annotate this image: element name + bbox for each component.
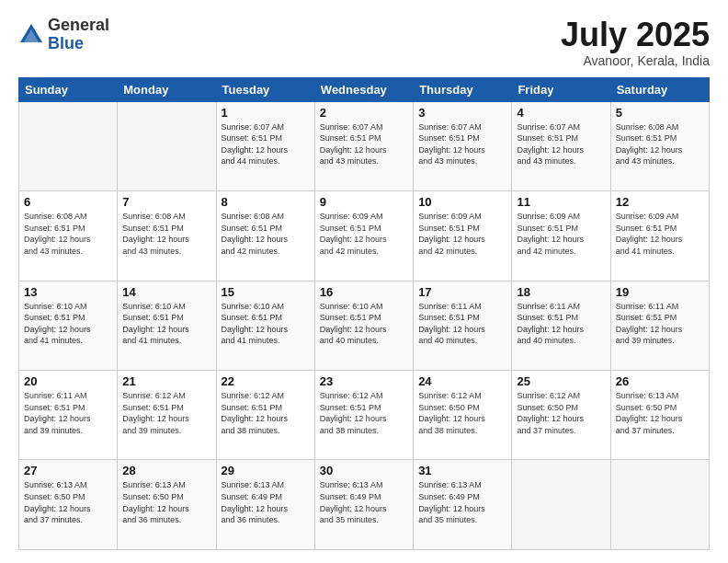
day-number: 4 xyxy=(517,106,605,120)
calendar-cell: 15Sunrise: 6:10 AM Sunset: 6:51 PM Dayli… xyxy=(216,281,314,370)
day-number: 22 xyxy=(222,374,310,388)
day-number: 19 xyxy=(616,285,704,299)
weekday-header-row: SundayMondayTuesdayWednesdayThursdayFrid… xyxy=(19,77,710,101)
calendar-cell: 19Sunrise: 6:11 AM Sunset: 6:51 PM Dayli… xyxy=(610,281,709,370)
day-info: Sunrise: 6:13 AM Sunset: 6:50 PM Dayligh… xyxy=(616,390,704,436)
day-number: 26 xyxy=(616,374,704,388)
day-info: Sunrise: 6:08 AM Sunset: 6:51 PM Dayligh… xyxy=(24,211,112,257)
calendar-week-row: 20Sunrise: 6:11 AM Sunset: 6:51 PM Dayli… xyxy=(19,371,710,460)
day-number: 17 xyxy=(418,285,506,299)
logo: General Blue xyxy=(18,17,109,53)
calendar-cell: 14Sunrise: 6:10 AM Sunset: 6:51 PM Dayli… xyxy=(118,281,216,370)
month-title: July 2025 xyxy=(561,17,710,53)
calendar-cell: 1Sunrise: 6:07 AM Sunset: 6:51 PM Daylig… xyxy=(216,101,314,190)
calendar-body: 1Sunrise: 6:07 AM Sunset: 6:51 PM Daylig… xyxy=(19,101,710,549)
day-info: Sunrise: 6:12 AM Sunset: 6:50 PM Dayligh… xyxy=(517,390,605,436)
day-info: Sunrise: 6:10 AM Sunset: 6:51 PM Dayligh… xyxy=(24,301,112,347)
day-info: Sunrise: 6:12 AM Sunset: 6:50 PM Dayligh… xyxy=(418,390,506,436)
calendar-cell: 2Sunrise: 6:07 AM Sunset: 6:51 PM Daylig… xyxy=(314,101,413,190)
calendar-cell: 10Sunrise: 6:09 AM Sunset: 6:51 PM Dayli… xyxy=(414,191,512,281)
day-info: Sunrise: 6:10 AM Sunset: 6:51 PM Dayligh… xyxy=(320,301,408,347)
day-info: Sunrise: 6:13 AM Sunset: 6:50 PM Dayligh… xyxy=(24,479,112,525)
title-block: July 2025 Avanoor, Kerala, India xyxy=(561,17,710,68)
calendar-cell: 21Sunrise: 6:12 AM Sunset: 6:51 PM Dayli… xyxy=(118,371,216,460)
day-info: Sunrise: 6:13 AM Sunset: 6:49 PM Dayligh… xyxy=(222,479,310,525)
calendar-cell: 27Sunrise: 6:13 AM Sunset: 6:50 PM Dayli… xyxy=(19,460,118,550)
calendar-cell: 22Sunrise: 6:12 AM Sunset: 6:51 PM Dayli… xyxy=(216,371,314,460)
weekday-header-cell: Thursday xyxy=(414,77,512,101)
day-number: 15 xyxy=(222,285,310,299)
weekday-header-cell: Monday xyxy=(118,77,216,101)
day-number: 12 xyxy=(616,195,704,209)
location: Avanoor, Kerala, India xyxy=(561,53,710,68)
calendar-cell: 30Sunrise: 6:13 AM Sunset: 6:49 PM Dayli… xyxy=(314,460,413,550)
day-number: 25 xyxy=(517,374,605,388)
day-info: Sunrise: 6:07 AM Sunset: 6:51 PM Dayligh… xyxy=(222,121,310,167)
calendar-cell: 12Sunrise: 6:09 AM Sunset: 6:51 PM Dayli… xyxy=(610,191,709,281)
calendar-cell xyxy=(512,460,610,550)
day-info: Sunrise: 6:08 AM Sunset: 6:51 PM Dayligh… xyxy=(222,211,310,257)
logo-blue-text: Blue xyxy=(48,34,84,52)
calendar-cell: 8Sunrise: 6:08 AM Sunset: 6:51 PM Daylig… xyxy=(216,191,314,281)
weekday-header-cell: Friday xyxy=(512,77,610,101)
day-number: 29 xyxy=(222,464,310,477)
day-info: Sunrise: 6:12 AM Sunset: 6:51 PM Dayligh… xyxy=(320,390,408,436)
day-info: Sunrise: 6:08 AM Sunset: 6:51 PM Dayligh… xyxy=(616,121,704,167)
day-number: 1 xyxy=(222,106,310,120)
calendar-cell: 25Sunrise: 6:12 AM Sunset: 6:50 PM Dayli… xyxy=(512,371,610,460)
day-info: Sunrise: 6:13 AM Sunset: 6:49 PM Dayligh… xyxy=(320,479,408,525)
day-number: 18 xyxy=(517,285,605,299)
calendar-cell: 26Sunrise: 6:13 AM Sunset: 6:50 PM Dayli… xyxy=(610,371,709,460)
day-info: Sunrise: 6:07 AM Sunset: 6:51 PM Dayligh… xyxy=(517,121,605,167)
day-number: 8 xyxy=(222,195,310,209)
calendar-cell xyxy=(610,460,709,550)
day-info: Sunrise: 6:11 AM Sunset: 6:51 PM Dayligh… xyxy=(616,301,704,347)
day-number: 9 xyxy=(320,195,408,209)
calendar-cell: 9Sunrise: 6:09 AM Sunset: 6:51 PM Daylig… xyxy=(314,191,413,281)
day-number: 7 xyxy=(122,195,210,209)
day-info: Sunrise: 6:13 AM Sunset: 6:49 PM Dayligh… xyxy=(418,479,506,525)
day-info: Sunrise: 6:12 AM Sunset: 6:51 PM Dayligh… xyxy=(122,390,210,436)
calendar-cell: 20Sunrise: 6:11 AM Sunset: 6:51 PM Dayli… xyxy=(19,371,118,460)
day-number: 30 xyxy=(320,464,408,477)
day-number: 21 xyxy=(122,374,210,388)
day-info: Sunrise: 6:11 AM Sunset: 6:51 PM Dayligh… xyxy=(418,301,506,347)
day-number: 16 xyxy=(320,285,408,299)
calendar-cell xyxy=(118,101,216,190)
day-number: 2 xyxy=(320,106,408,120)
calendar-cell: 6Sunrise: 6:08 AM Sunset: 6:51 PM Daylig… xyxy=(19,191,118,281)
day-number: 27 xyxy=(24,464,112,477)
calendar-cell: 24Sunrise: 6:12 AM Sunset: 6:50 PM Dayli… xyxy=(414,371,512,460)
weekday-header-cell: Tuesday xyxy=(216,77,314,101)
day-info: Sunrise: 6:09 AM Sunset: 6:51 PM Dayligh… xyxy=(418,211,506,257)
day-number: 20 xyxy=(24,374,112,388)
weekday-header-cell: Sunday xyxy=(19,77,118,101)
weekday-header-cell: Saturday xyxy=(610,77,709,101)
day-info: Sunrise: 6:13 AM Sunset: 6:50 PM Dayligh… xyxy=(122,479,210,525)
day-number: 23 xyxy=(320,374,408,388)
logo-general-text: General xyxy=(48,16,109,34)
calendar-cell xyxy=(19,101,118,190)
header: General Blue July 2025 Avanoor, Kerala, … xyxy=(18,17,710,68)
calendar-cell: 11Sunrise: 6:09 AM Sunset: 6:51 PM Dayli… xyxy=(512,191,610,281)
calendar-cell: 18Sunrise: 6:11 AM Sunset: 6:51 PM Dayli… xyxy=(512,281,610,370)
day-number: 3 xyxy=(418,106,506,120)
calendar-cell: 3Sunrise: 6:07 AM Sunset: 6:51 PM Daylig… xyxy=(414,101,512,190)
day-info: Sunrise: 6:11 AM Sunset: 6:51 PM Dayligh… xyxy=(517,301,605,347)
calendar-cell: 16Sunrise: 6:10 AM Sunset: 6:51 PM Dayli… xyxy=(314,281,413,370)
day-info: Sunrise: 6:09 AM Sunset: 6:51 PM Dayligh… xyxy=(517,211,605,257)
day-info: Sunrise: 6:10 AM Sunset: 6:51 PM Dayligh… xyxy=(122,301,210,347)
calendar-week-row: 13Sunrise: 6:10 AM Sunset: 6:51 PM Dayli… xyxy=(19,281,710,370)
day-number: 14 xyxy=(122,285,210,299)
day-number: 6 xyxy=(24,195,112,209)
calendar-cell: 13Sunrise: 6:10 AM Sunset: 6:51 PM Dayli… xyxy=(19,281,118,370)
calendar-page: General Blue July 2025 Avanoor, Kerala, … xyxy=(0,0,728,563)
day-info: Sunrise: 6:09 AM Sunset: 6:51 PM Dayligh… xyxy=(320,211,408,257)
calendar-cell: 23Sunrise: 6:12 AM Sunset: 6:51 PM Dayli… xyxy=(314,371,413,460)
calendar-week-row: 6Sunrise: 6:08 AM Sunset: 6:51 PM Daylig… xyxy=(19,191,710,281)
day-info: Sunrise: 6:08 AM Sunset: 6:51 PM Dayligh… xyxy=(122,211,210,257)
day-info: Sunrise: 6:07 AM Sunset: 6:51 PM Dayligh… xyxy=(320,121,408,167)
calendar-week-row: 27Sunrise: 6:13 AM Sunset: 6:50 PM Dayli… xyxy=(19,460,710,550)
calendar-cell: 29Sunrise: 6:13 AM Sunset: 6:49 PM Dayli… xyxy=(216,460,314,550)
calendar-week-row: 1Sunrise: 6:07 AM Sunset: 6:51 PM Daylig… xyxy=(19,101,710,190)
